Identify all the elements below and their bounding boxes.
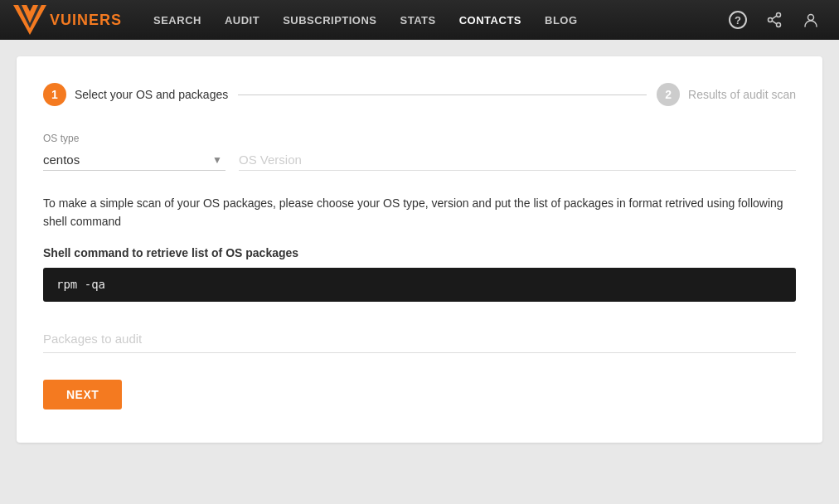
user-icon-button[interactable] <box>796 5 826 35</box>
svg-point-8 <box>808 15 814 21</box>
step-1-circle: 1 <box>43 83 66 106</box>
logo[interactable]: VUINERS <box>13 5 122 35</box>
os-select-wrapper: centos ubuntu debian fedora rhel ▼ <box>43 149 226 171</box>
share-icon-button[interactable] <box>759 5 789 35</box>
nav-subscriptions[interactable]: SUBSCRIPTIONS <box>271 0 388 40</box>
step-1: 1 Select your OS and packages <box>43 83 228 106</box>
nav-contacts[interactable]: CONTACTS <box>448 0 533 40</box>
step-connector <box>238 94 647 95</box>
svg-point-3 <box>777 13 781 17</box>
steps-indicator: 1 Select your OS and packages 2 Results … <box>43 83 796 106</box>
nav-stats[interactable]: STATS <box>389 0 448 40</box>
shell-cmd-box: rpm -qa <box>43 268 796 302</box>
os-select-row: centos ubuntu debian fedora rhel ▼ <box>43 149 796 171</box>
step-2-label: Results of audit scan <box>688 88 796 101</box>
step-2: 2 Results of audit scan <box>657 83 796 106</box>
help-icon-button[interactable]: ? <box>723 5 753 35</box>
svg-line-7 <box>772 21 776 24</box>
nav-links: SEARCH AUDIT SUBSCRIPTIONS STATS CONTACT… <box>142 0 723 40</box>
nav-blog[interactable]: BLOG <box>533 0 589 40</box>
nav-icon-group: ? <box>723 5 826 35</box>
os-type-select[interactable]: centos ubuntu debian fedora rhel <box>43 149 226 171</box>
navbar: VUINERS SEARCH AUDIT SUBSCRIPTIONS STATS… <box>0 0 839 40</box>
os-type-label: OS type <box>43 133 796 144</box>
os-version-input[interactable] <box>239 149 796 171</box>
next-button[interactable]: NEXT <box>43 380 122 410</box>
info-text: To make a simple scan of your OS package… <box>43 194 796 231</box>
main-card: 1 Select your OS and packages 2 Results … <box>17 56 822 443</box>
nav-search[interactable]: SEARCH <box>142 0 213 40</box>
svg-point-5 <box>769 18 773 22</box>
svg-point-4 <box>777 23 781 27</box>
packages-input[interactable] <box>43 325 796 353</box>
os-type-section: OS type centos ubuntu debian fedora rhel… <box>43 133 796 171</box>
page-content: 1 Select your OS and packages 2 Results … <box>0 40 839 459</box>
step-2-circle: 2 <box>657 83 680 106</box>
svg-line-6 <box>772 16 776 19</box>
step-1-label: Select your OS and packages <box>75 88 228 101</box>
shell-cmd-code: rpm -qa <box>56 278 105 291</box>
nav-audit[interactable]: AUDIT <box>213 0 271 40</box>
logo-text: VUINERS <box>50 12 122 29</box>
shell-cmd-label: Shell command to retrieve list of OS pac… <box>43 246 796 259</box>
